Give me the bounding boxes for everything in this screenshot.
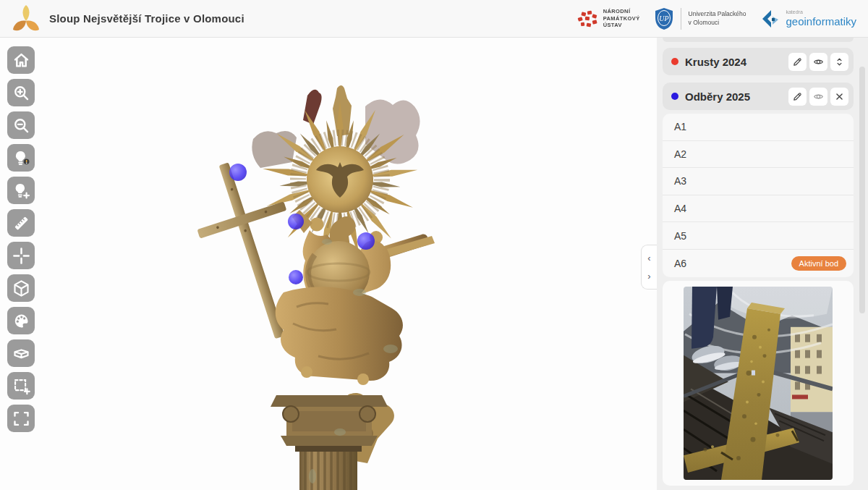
- page-title: Sloup Nejsvětější Trojice v Olomouci: [49, 12, 244, 25]
- light-add-button[interactable]: [7, 177, 35, 204]
- edit-button[interactable]: [788, 53, 807, 71]
- geoinformatiky-icon: [760, 9, 780, 29]
- visibility-button[interactable]: [809, 53, 827, 71]
- lightbulb-info-icon: [12, 148, 31, 168]
- fullscreen-icon: [12, 409, 31, 428]
- close-button[interactable]: [830, 88, 848, 106]
- marker-point[interactable]: [357, 232, 375, 250]
- model-viewer[interactable]: [0, 38, 657, 490]
- list-item-a4[interactable]: A4: [663, 195, 854, 223]
- sample-point-photo[interactable]: [684, 287, 833, 480]
- marker-point[interactable]: [289, 270, 303, 284]
- partner-logos: NÁRODNÍ PAMÁTKOVÝ ÚSTAV UP Univerzita Pa…: [576, 7, 856, 30]
- zoom-in-icon: [12, 83, 31, 103]
- select-area-add-icon: [12, 376, 31, 396]
- zoom-out-icon: [12, 116, 31, 135]
- cube-icon: [12, 279, 31, 298]
- upol-logo: UP Univerzita Palackého v Olomouci: [655, 7, 746, 30]
- crosshair-icon: [12, 246, 31, 266]
- select-area-add-button[interactable]: [7, 372, 35, 400]
- layer-label: Krusty 2024: [685, 56, 788, 68]
- list-item-a1[interactable]: A1: [663, 114, 854, 141]
- layer-card-partial[interactable]: [663, 38, 854, 42]
- light-info-button[interactable]: [7, 144, 35, 172]
- npu-label: NÁRODNÍ PAMÁTKOVÝ ÚSTAV: [603, 8, 640, 29]
- unfold-icon: [834, 56, 845, 67]
- geoinformatiky-label: katedra geoinformatiky: [786, 9, 856, 28]
- npu-logo: NÁRODNÍ PAMÁTKOVÝ ÚSTAV: [576, 8, 640, 29]
- home-icon: [12, 51, 31, 70]
- eye-icon: [813, 56, 824, 67]
- lightbulb-add-icon: [12, 181, 31, 200]
- chevron-right-icon: ›: [647, 271, 650, 281]
- list-item-a5[interactable]: A5: [663, 222, 854, 250]
- layer-label: Odběry 2025: [685, 90, 788, 103]
- layer-color-dot-blue: [671, 93, 678, 100]
- pencil-icon: [792, 91, 803, 102]
- npu-emblem-icon: [576, 9, 598, 29]
- point-label: A5: [674, 230, 686, 242]
- upol-shield-icon: UP: [655, 7, 673, 30]
- list-item-a3[interactable]: A3: [663, 168, 854, 195]
- clip-box-icon: [12, 344, 31, 363]
- app-header: Sloup Nejsvětější Trojice v Olomouci NÁR…: [0, 0, 868, 38]
- edit-button[interactable]: [788, 88, 807, 106]
- pedestal-column: [271, 395, 388, 490]
- trinity-column-model[interactable]: [0, 38, 657, 490]
- app-logo-trefoil-icon: [12, 4, 41, 34]
- layer-color-dot-red: [671, 58, 678, 65]
- crosshair-button[interactable]: [7, 242, 35, 269]
- layer-card-odbery-2025[interactable]: Odběry 2025: [663, 83, 854, 110]
- list-item-a6[interactable]: A6 Aktivní bod: [663, 250, 854, 277]
- clip-box-button[interactable]: [7, 339, 35, 367]
- sidebar-scrollbar[interactable]: [859, 67, 865, 313]
- divider: [681, 8, 681, 30]
- palette-button[interactable]: [7, 307, 35, 334]
- cube-view-button[interactable]: [7, 274, 35, 302]
- point-label: A3: [674, 175, 686, 187]
- pencil-icon: [792, 56, 803, 67]
- layers-sidebar: Krusty 2024 Odběry 2025: [657, 38, 868, 490]
- zoom-in-button[interactable]: [7, 79, 35, 106]
- sidebar-collapse-handle[interactable]: ‹ ›: [641, 245, 657, 290]
- reorder-button[interactable]: [830, 53, 848, 71]
- upol-label: Univerzita Palackého v Olomouci: [689, 10, 746, 28]
- point-label: A6: [674, 258, 686, 269]
- geoinformatiky-logo: katedra geoinformatiky: [760, 9, 856, 29]
- marker-point[interactable]: [288, 214, 304, 229]
- close-icon: [834, 91, 845, 102]
- point-photo-card: [663, 281, 854, 486]
- chevron-left-icon: ‹: [647, 253, 650, 263]
- viewer-toolbar: [7, 46, 35, 432]
- layer-card-krusty-2024[interactable]: Krusty 2024: [663, 48, 854, 75]
- zoom-out-button[interactable]: [7, 111, 35, 139]
- home-button[interactable]: [7, 46, 35, 74]
- visibility-button[interactable]: [809, 88, 827, 106]
- measure-button[interactable]: [7, 209, 35, 237]
- list-item-a2[interactable]: A2: [663, 141, 854, 169]
- active-point-badge: Aktivní bod: [791, 256, 846, 271]
- fullscreen-button[interactable]: [7, 405, 35, 432]
- svg-text:UP: UP: [659, 14, 668, 22]
- point-label: A2: [674, 148, 686, 160]
- point-label: A1: [674, 121, 686, 132]
- sample-points-list: A1 A2 A3 A4 A5 A6 Aktivní bod: [663, 114, 854, 277]
- ruler-icon: [12, 214, 31, 233]
- eye-icon: [813, 91, 824, 102]
- palette-icon: [12, 311, 31, 331]
- point-label: A4: [674, 203, 686, 214]
- marker-point[interactable]: [229, 164, 247, 181]
